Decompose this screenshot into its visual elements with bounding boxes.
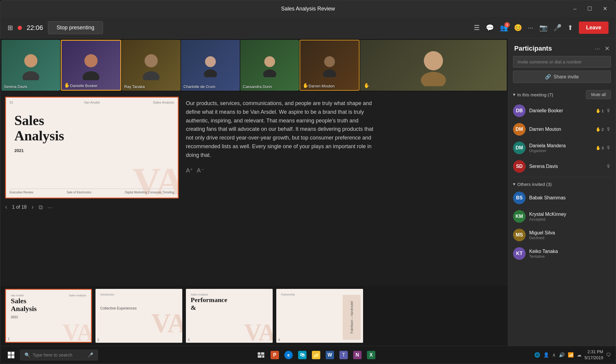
mic-icon-daniela[interactable]: 🎙 <box>606 145 611 151</box>
chevron-up-taskbar-icon[interactable]: ∧ <box>552 352 556 358</box>
slide-more-button[interactable]: ··· <box>48 204 53 211</box>
svg-rect-14 <box>8 352 11 355</box>
maximize-button[interactable]: ☐ <box>585 4 594 13</box>
title-bar-controls: – ☐ ✕ <box>571 4 610 13</box>
participant-item-babak[interactable]: BS Babak Shammas <box>508 189 616 207</box>
participant-item-keiko[interactable]: KT Keiko Tanaka Tentative <box>508 244 616 263</box>
participant-actions-serena: 🎙 <box>606 164 611 169</box>
slide-viewer: 01 Van Arsdel Sales Analysis SalesAnalys… <box>5 97 179 281</box>
stop-presenting-button[interactable]: Stop presenting <box>48 21 103 34</box>
video-tile-danielle[interactable]: ✋ Danielle Booker <box>61 40 121 91</box>
svg-point-7 <box>204 69 217 77</box>
panel-more-button[interactable]: ··· <box>595 45 600 52</box>
microphone-button[interactable]: 🎤 <box>553 24 562 32</box>
video-tile-ray[interactable]: Ray Tanaka <box>122 40 180 91</box>
more-options-button[interactable]: ☰ <box>474 24 480 32</box>
more-menu-button[interactable]: ··· <box>528 24 533 32</box>
thumb-3-number: 3 <box>188 338 189 342</box>
taskbar-app-onenote[interactable]: N <box>351 349 363 361</box>
mute-all-button[interactable]: Mute all <box>586 90 611 99</box>
slide-thumbnail-toggle[interactable]: ⧉ <box>39 204 43 211</box>
video-tile-hand-darren: ✋ <box>303 83 309 88</box>
mic-icon-darren[interactable]: 🎙 <box>606 127 611 132</box>
participant-actions-darren: ✋ 2 🎙 <box>596 127 611 132</box>
taskbar-app-edge[interactable]: e <box>283 349 295 361</box>
participant-item-miguel[interactable]: MS Miguel Silva Declined <box>508 226 616 244</box>
slide-notes-text: Our products, services, communications, … <box>186 99 377 160</box>
svg-rect-18 <box>258 352 260 355</box>
taskbar-sys: 🌐 👤 ∧ 🔊 📶 ☁ 2:31 PM 5/17/2019 🗨 <box>534 349 611 361</box>
mic-search-icon[interactable]: 🎤 <box>88 352 93 358</box>
hand-badge-daniela: ✋ 3 <box>596 145 604 150</box>
taskbar-app-teams[interactable]: T <box>338 349 350 361</box>
prev-slide-button[interactable]: ‹ <box>5 203 7 211</box>
video-tile-charlotte[interactable]: Charlotte de Crum <box>181 40 240 91</box>
participant-item-darren[interactable]: DM Darren Mouton ✋ 2 🎙 <box>508 120 616 139</box>
taskbar-search[interactable]: 🔍 Type here to search 🎤 <box>20 350 98 360</box>
video-tile-serena[interactable]: Serena Davis <box>1 40 60 91</box>
share-screen-button[interactable]: ⬆ <box>568 24 573 32</box>
slide-footer: Executive Review Sale of Electronics Dig… <box>10 189 174 194</box>
video-tile-darren[interactable]: ✋ Darren Mouton <box>300 40 359 91</box>
thumbnail-1[interactable]: Van ArsdelSales Analysis SalesAnalysis 2… <box>5 289 92 343</box>
chat-button[interactable]: 💬 <box>486 24 494 32</box>
toolbar-actions: ☰ 💬 👥 3 😊 ··· 📷 🎤 ⬆ Leave <box>474 22 609 34</box>
taskbar-clock[interactable]: 2:31 PM 5/17/2019 <box>585 349 603 361</box>
leave-button[interactable]: Leave <box>579 22 609 34</box>
invite-input[interactable] <box>513 56 611 68</box>
in-meeting-title[interactable]: ▾ In this meeting (7) <box>513 92 553 97</box>
video-strip: Serena Davis ✋ Danielle Booker <box>0 39 508 92</box>
notification-icon[interactable]: 🗨 <box>606 352 611 358</box>
mic-icon-serena[interactable]: 🎙 <box>606 164 611 169</box>
svg-point-12 <box>424 51 443 70</box>
volume-icon[interactable]: 🔊 <box>559 352 565 358</box>
participant-item-serena[interactable]: SD Serena Davis 🎙 <box>508 157 616 176</box>
taskbar-app-store[interactable]: 🛍 <box>296 349 308 361</box>
avatar-inner-krystal: KM <box>513 210 526 223</box>
share-invite-button[interactable]: 🔗 Share invite <box>513 71 611 83</box>
panel-close-button[interactable]: ✕ <box>605 45 610 52</box>
video-tile-cassandra[interactable]: Cassandra Dunn <box>240 40 299 91</box>
reaction-button[interactable]: 😊 <box>514 24 522 32</box>
taskview-button[interactable] <box>255 349 267 361</box>
thumbnail-4[interactable]: Partnership Fabrikam – VanArsdel 4 <box>276 289 363 343</box>
chevron-down-icon: ▾ <box>513 92 515 97</box>
avatar-inner-darren: DM <box>513 123 526 136</box>
close-button[interactable]: ✕ <box>600 4 610 13</box>
decrease-text-button[interactable]: A⁻ <box>197 167 204 174</box>
taskbar-app-explorer[interactable]: 📁 <box>310 349 322 361</box>
participant-item-krystal[interactable]: KM Krystal McKinney Accepted <box>508 207 616 226</box>
layout-grid-button[interactable]: ⊞ <box>7 24 13 32</box>
video-tile-name-cassandra: Cassandra Dunn <box>243 84 272 89</box>
svg-point-10 <box>324 56 335 67</box>
slide-category-label: Sales Analysis <box>153 101 174 104</box>
call-timer: 22:06 <box>27 24 43 32</box>
increase-text-button[interactable]: A⁺ <box>186 167 193 174</box>
others-invited-title[interactable]: ▾ Others invited (3) <box>513 181 552 187</box>
hand-badge-darren: ✋ 2 <box>596 127 604 132</box>
start-button[interactable] <box>5 349 17 361</box>
video-tile-main[interactable]: ✋ <box>360 40 507 91</box>
thumb-1-watermark: VA <box>63 320 92 343</box>
participant-role-daniela: Organizer <box>529 148 592 153</box>
current-slide: 01 Van Arsdel Sales Analysis SalesAnalys… <box>5 97 179 198</box>
participant-actions-daniela: ✋ 3 🎙 <box>596 145 611 151</box>
participant-item-danielle[interactable]: DB Danielle Booker ✋ 1 🎙 <box>508 101 616 120</box>
taskbar-app-word[interactable]: W <box>324 349 336 361</box>
thumbnail-2[interactable]: Introduction VA Collective Experiences 2 <box>95 289 182 343</box>
next-slide-button[interactable]: › <box>31 203 34 211</box>
panel-header: Participants ··· ✕ <box>508 39 616 56</box>
hand-count-darren: 2 <box>602 127 604 132</box>
avatar-miguel: MS <box>513 229 526 241</box>
participants-button[interactable]: 👥 3 <box>500 24 508 32</box>
taskbar-app-excel[interactable]: X <box>365 349 377 361</box>
thumbnail-3[interactable]: Sales Analysis Performance& VA 3 <box>186 289 273 343</box>
camera-button[interactable]: 📷 <box>539 24 547 32</box>
minimize-button[interactable]: – <box>571 4 579 13</box>
text-size-controls: A⁺ A⁻ <box>186 167 503 174</box>
mic-icon-danielle[interactable]: 🎙 <box>606 108 611 113</box>
participant-item-daniela[interactable]: DM Daniela Mandera Organizer ✋ 3 🎙 <box>508 139 616 157</box>
avatar-inner-miguel: MS <box>513 229 526 241</box>
taskbar-app-powerpoint[interactable]: P <box>269 349 281 361</box>
participant-role-krystal: Accepted <box>529 217 611 222</box>
